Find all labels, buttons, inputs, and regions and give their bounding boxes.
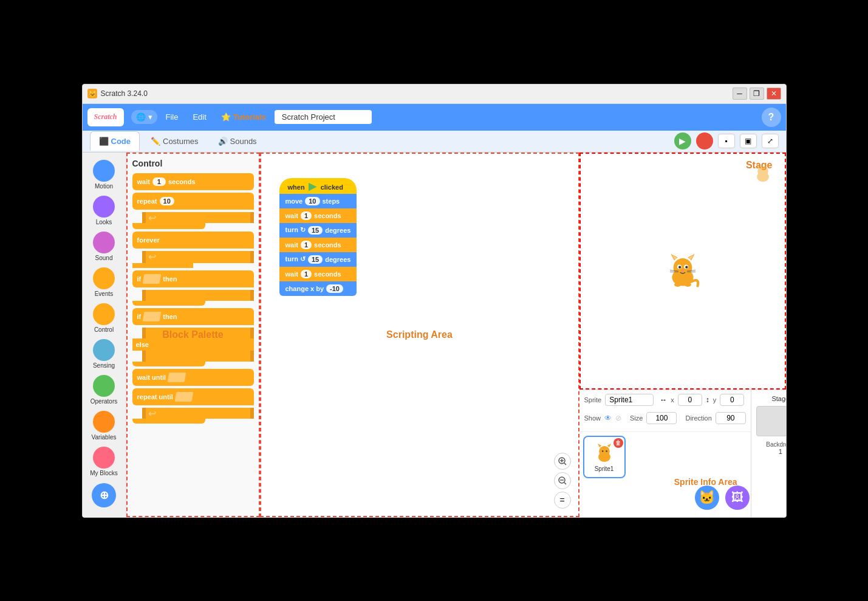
maximize-button[interactable]: ❐ [750,88,764,100]
variables-circle [93,411,115,433]
control-circle [93,303,115,325]
wait-s2-input[interactable]: 1 [301,241,312,249]
stop-button[interactable] [696,132,713,149]
wait-s3-input[interactable]: 1 [301,270,312,278]
sidebar-item-operators[interactable]: Operators [84,373,123,407]
change-x-input[interactable]: -10 [326,284,343,293]
tutorials-label: Tutorials [233,112,266,122]
svg-point-32 [602,450,603,452]
extensions-button[interactable]: ⊕ [92,483,116,507]
svg-point-25 [757,166,768,177]
if-then-block[interactable]: if then [132,270,254,287]
sidebar-item-variables[interactable]: Variables [84,408,123,443]
svg-marker-27 [765,163,769,167]
scripting-area-label: Scripting Area [386,329,453,340]
x-label: x [671,396,674,404]
looks-circle [93,196,115,218]
turn-ccw-block[interactable]: turn ↺ 15 degrees [279,252,357,267]
hat-block[interactable]: when clicked [279,178,357,194]
sidebar-item-sensing[interactable]: Sensing [84,337,123,371]
sprite-grid-area: 🗑 Sprite1 [579,432,751,517]
help-label: ? [768,112,774,123]
project-name-input[interactable] [275,110,372,124]
svg-point-15 [678,266,681,268]
turn-cw-input[interactable]: 15 [308,226,323,235]
scripting-area[interactable]: when clicked move 10 steps wait 1 second… [260,153,579,517]
sidebar-item-looks[interactable]: Looks [84,193,123,228]
zoom-out-button[interactable] [554,472,571,489]
wait-s1-input[interactable]: 1 [301,211,312,220]
zoom-reset-button[interactable]: = [554,492,571,509]
block-palette: Control wait 1 seconds repeat 10 ↩ forev… [126,153,260,517]
move-input[interactable]: 10 [305,197,320,205]
app-icon: 🐱 [87,89,97,98]
large-stage-button[interactable]: ▣ [740,134,757,148]
repeat-block[interactable]: repeat 10 [132,193,254,210]
hide-eye-icon[interactable]: ⊘ [615,414,621,422]
forever-body: ↩ [142,251,254,263]
stage-view: Stage [579,153,786,390]
minimize-button[interactable]: ─ [733,88,747,100]
edit-menu[interactable]: Edit [186,110,212,124]
repeat-until-body: ↩ [142,408,254,419]
sprite-name-input[interactable] [605,394,654,406]
tab-code[interactable]: ⬛ Code [90,131,140,151]
zoom-reset-icon: = [559,495,564,505]
show-eye-icon[interactable]: 👁 [604,414,612,422]
else-label-block: else [132,338,254,351]
if-else-body1 [142,328,254,338]
change-x-block[interactable]: change x by -10 [279,281,357,296]
stage-thumbnail[interactable] [756,406,787,436]
sidebar-item-sound[interactable]: Sound [84,229,123,264]
sidebar-item-control[interactable]: Control [84,301,123,335]
sprite-delete-button[interactable]: 🗑 [613,438,623,448]
sprite-thumb-sprite1[interactable]: 🗑 Sprite1 [583,436,626,478]
turn-ccw-input[interactable]: 15 [308,255,323,264]
small-stage-button[interactable]: ▪ [718,134,735,148]
motion-label: Motion [95,183,113,190]
turn-cw-block[interactable]: turn ↻ 15 degrees [279,223,357,238]
fullscreen-button[interactable]: ⤢ [762,134,779,148]
sidebar-item-motion[interactable]: Motion [84,157,123,192]
y-input[interactable] [720,394,744,406]
window-title: Scratch 3.24.0 [101,89,733,98]
direction-input[interactable] [716,412,746,424]
stage-section: Stage Backdrops 1 [751,390,787,517]
help-button[interactable]: ? [762,108,781,127]
events-circle [93,267,115,289]
wait-block[interactable]: wait 1 seconds [132,173,254,190]
wait-block-script3[interactable]: wait 1 seconds [279,267,357,281]
move-block[interactable]: move 10 steps [279,194,357,208]
if-else-block[interactable]: if then [132,308,254,325]
tab-sounds[interactable]: 🔊 Sounds [210,131,265,151]
green-flag-icon [309,183,317,191]
wait-input[interactable]: 1 [152,177,166,186]
tab-costumes[interactable]: ✏️ Costumes [142,131,207,151]
my-blocks-label: My Blocks [90,470,118,476]
file-menu[interactable]: File [160,110,185,124]
sensing-label: Sensing [93,362,115,369]
wait-block-script[interactable]: wait 1 seconds [279,208,357,223]
x-arrow-icon: ↔ [660,396,667,404]
svg-point-8 [673,258,692,277]
add-sprite-button[interactable]: 🐱 [695,486,719,510]
tab-code-label: Code [111,137,131,146]
repeat-input[interactable]: 10 [160,197,174,205]
sidebar-item-my-blocks[interactable]: My Blocks [84,444,123,479]
sidebar-item-events[interactable]: Events [84,265,123,300]
direction-label: Direction [685,414,711,422]
green-flag-button[interactable]: ▶ [674,132,691,149]
wait-block-script2[interactable]: wait 1 seconds [279,238,357,252]
x-input[interactable] [678,394,702,406]
add-backdrop-button[interactable]: 🖼 [725,486,750,510]
size-input[interactable] [646,412,677,424]
zoom-in-button[interactable] [554,453,571,470]
forever-block[interactable]: forever [132,232,254,249]
close-button[interactable]: ✕ [767,88,781,100]
tabs-right: ▶ ▪ ▣ ⤢ [674,132,779,149]
tutorials-button[interactable]: ⭐ Tutorials [215,110,272,124]
wait-until-block[interactable]: wait until [132,369,254,386]
globe-menu[interactable]: 🌐 ▾ [131,110,157,124]
show-label: Show [584,414,601,422]
repeat-until-block[interactable]: repeat until [132,388,254,405]
